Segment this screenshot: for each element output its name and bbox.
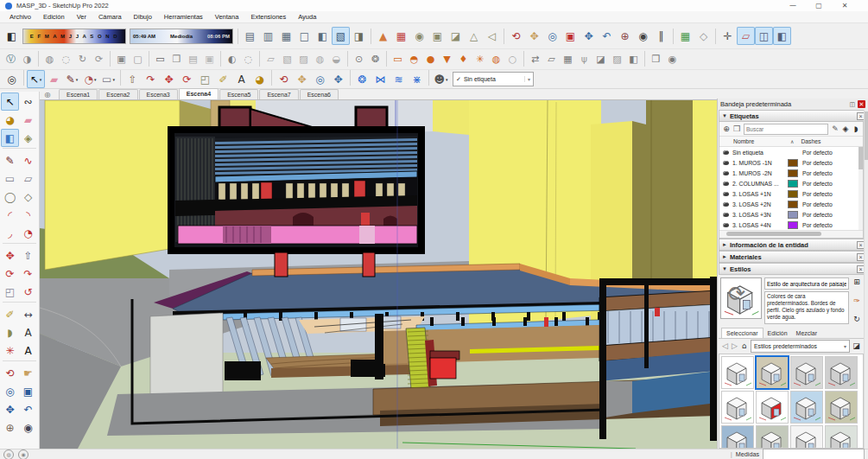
shaded-textures-style-icon[interactable]: ▧ [332,27,350,45]
style-thumbnail[interactable] [790,425,823,449]
tag-row[interactable]: 3. LOSAS +4NPor defecto [719,220,863,230]
tags-vertical-scrollbar[interactable] [858,147,863,230]
scene-tab-escena6[interactable]: Escena6 [300,89,339,99]
entity-info-panel-header[interactable]: ► Información de la entidad × [719,239,868,251]
xray-style-icon[interactable]: ▤ [241,27,259,45]
select-tool-icon[interactable]: ↖▾ [27,70,45,88]
vray-render-icon[interactable]: ◍ [41,51,58,67]
vray-sphere-light-icon[interactable]: ● [422,51,439,67]
tags-panel-header[interactable]: ▼ Etiquetas × [719,110,868,122]
zoom-tool-2-icon[interactable]: ◎ [311,70,329,88]
vray-denoiser-icon[interactable]: ◌ [240,51,257,67]
claim-credit-icon[interactable]: ◉ [18,449,29,459]
tag-name[interactable]: Sin etiqueta [732,150,788,156]
tag-color-swatch[interactable] [788,159,798,167]
display-section-fill-icon[interactable]: ◧ [773,27,791,45]
restore-window-icon[interactable]: ▢ [806,2,832,10]
orbit-tool-2-icon[interactable]: ⟲ [275,70,293,88]
follow-me-tool-icon[interactable]: ↷ [19,265,37,283]
paint-bucket-tool-icon[interactable]: ◕ [1,111,19,129]
scene-tab-escena7[interactable]: Escena7 [259,89,298,99]
tag-name[interactable]: 3. LOSAS +4N [732,222,788,228]
tag-color-swatch[interactable] [788,211,798,219]
scale-tool-icon[interactable]: ◰ [196,70,214,88]
tag-color-swatch[interactable] [788,221,798,229]
visibility-eye-icon[interactable] [723,161,729,165]
eraser-tool-icon[interactable]: ▰ [19,111,37,129]
tag-dashes[interactable]: Por defecto [802,191,833,197]
tag-name[interactable]: 1. MUROS -2N [732,170,788,176]
arc-tool-icon[interactable]: ◜ [1,206,19,224]
menu-item-camara[interactable]: Cámara [92,13,128,21]
shaded-style-icon[interactable]: ◧ [314,27,332,45]
style-thumbnail[interactable] [721,425,754,449]
pan-tool-icon[interactable]: ☛ [19,364,37,382]
refresh-style-icon[interactable]: ↻ [852,316,862,323]
minimize-window-icon[interactable]: — [780,2,806,10]
extension-section-3-icon[interactable]: ≋ [390,70,408,88]
menu-item-edicion[interactable]: Edición [37,13,71,21]
styles-tab-edición[interactable]: Edición [763,328,792,338]
style-name-input[interactable] [764,277,849,290]
vray-convert-to-light-icon[interactable]: ⇄ [527,51,543,67]
vray-dome-uv-icon[interactable]: ◒ [328,51,345,67]
orbit-tool-icon[interactable]: ⟲ [507,27,525,45]
vray-tri-planar-icon[interactable]: ▨ [295,51,312,67]
tag-row[interactable]: 1. MUROS -1NPor defecto [719,157,863,168]
position-camera-tool-icon[interactable]: ⊕ [616,27,634,45]
styles-detail-icon[interactable]: ◪ [852,342,861,350]
tag-row[interactable]: 3. LOSAS +3NPor defecto [719,209,863,220]
shadow-time-slider[interactable]: 05:49 AM Mediodía 08:06 PM [130,29,233,44]
flip-edge-tool-icon[interactable]: ◁ [483,27,501,45]
tag-dashes[interactable]: Por defecto [802,181,833,187]
materials-panel-header[interactable]: ► Materiales × [719,251,868,263]
look-around-tool-icon[interactable]: ◉ [19,418,37,437]
sandbox-from-scratch-icon[interactable]: ▦ [392,27,410,45]
tag-row[interactable]: Sin etiquetaPor defecto [719,147,863,157]
tag-color-swatch[interactable] [788,180,798,188]
scene-tab-escena4[interactable]: Escena4 [179,88,219,99]
rectangle-tool-icon[interactable]: ▭▾ [99,70,117,88]
visibility-eye-icon[interactable] [723,171,729,175]
visibility-eye-icon[interactable] [723,213,729,217]
zoom-window-tool-icon[interactable]: ▣ [561,27,580,45]
vray-frame-buffer-icon[interactable]: ▭ [152,51,168,67]
follow-me-tool-icon[interactable]: ↷ [142,70,160,88]
tag-row[interactable]: 1. MUROS -2NPor defecto [719,168,863,178]
three-point-arc-tool-icon[interactable]: ◞ [1,224,19,242]
measurements-input[interactable] [763,449,865,459]
drape-tool-icon[interactable]: ◪ [447,27,465,45]
dimension-tool-icon[interactable]: ↔ [19,305,37,323]
rectangle-tool-icon[interactable]: ▭ [1,169,19,188]
style-thumbnail[interactable] [721,356,754,389]
line-tool-icon[interactable]: ✎▾ [63,70,81,88]
search-command-icon[interactable]: ◎ [3,70,21,88]
account-icon[interactable]: ☻▾ [432,70,450,88]
styles-tab-mezclar[interactable]: Mezclar [792,328,822,338]
close-window-icon[interactable]: ✕ [832,2,858,10]
vray-render-last-icon[interactable]: ◌ [58,51,74,67]
zoom-extents-tool-icon[interactable]: ✥ [580,27,598,45]
visibility-eye-icon[interactable] [723,182,729,186]
protractor-tool-icon[interactable]: ◗ [1,323,19,341]
axes-tool-icon[interactable]: ✛ [719,27,737,45]
visibility-eye-icon[interactable] [723,150,729,155]
zoom-tool-icon[interactable]: ◎ [543,27,561,45]
style-description[interactable]: Colores de cara predeterminados. Bordes … [764,291,849,324]
vray-plane-uv-icon[interactable]: ▱ [263,51,279,67]
menu-item-extensiones[interactable]: Extensiones [244,13,292,21]
add-location-icon[interactable]: ▦ [676,27,694,45]
rotate-tool-icon[interactable]: ⟳ [1,265,19,283]
vray-lock-camera-icon[interactable]: ▣ [201,51,218,67]
add-tag-icon[interactable]: ⊕ [721,125,732,133]
back-edges-style-icon[interactable]: ▥ [259,27,277,45]
vray-interactive-render-icon[interactable]: ↻ [74,51,91,67]
styles-collection-dropdown[interactable]: Estilos predeterminados ▾ [751,340,850,353]
move-tool-icon[interactable]: ✥ [160,70,178,88]
tag-filter-combo[interactable]: ✓ Sin etiqueta ▾ [453,72,534,86]
offset-tool-icon[interactable]: ↺ [19,283,37,301]
vray-proxy-icon[interactable]: ▦ [560,51,576,67]
move-tool-icon[interactable]: ✥ [1,246,19,265]
zoom-extents-tool-2-icon[interactable]: ✥ [329,70,347,88]
style-thumbnail[interactable] [756,425,789,449]
